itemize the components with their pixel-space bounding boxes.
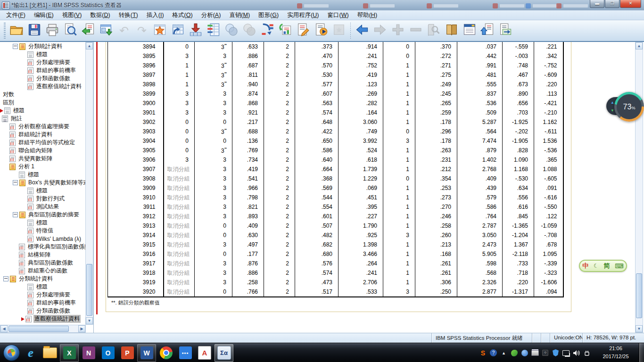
outline-item-7[interactable]: 區別 [0, 99, 86, 107]
outline-item-33[interactable]: 分類函數係數 [0, 307, 86, 315]
outline-item-21[interactable]: 典型區別函數的摘要 [0, 211, 86, 219]
outline-item-28[interactable]: 群組重心的函數 [0, 267, 86, 275]
save-document-button[interactable] [25, 22, 43, 40]
outline-item-31[interactable]: 分類處理摘要 [0, 291, 86, 299]
taskbar-clock[interactable]: 21:06 2017/12/25 [594, 345, 637, 361]
memory-gauge-widget[interactable]: 73% [614, 92, 644, 122]
ime-moon-icon[interactable]: ☾ [594, 263, 599, 269]
outline-item-0[interactable]: 分類統計資料 [0, 42, 86, 50]
security-green-icon[interactable] [510, 348, 519, 358]
word-taskbar-button[interactable]: W [137, 344, 156, 362]
outline-item-29[interactable]: 分類統計資料 [0, 275, 86, 283]
scroll-up-icon[interactable]: ▲ [636, 42, 643, 49]
ime-toolbar-widget[interactable]: 中 ☾ 简 ⌨ [579, 260, 627, 272]
outline-item-3[interactable]: 群組的事前機率 [0, 66, 86, 74]
recall-dialog-button[interactable] [276, 22, 294, 40]
dropbox-icon[interactable]: ⁘ [541, 348, 550, 358]
print-button[interactable] [43, 22, 61, 40]
menu-view[interactable]: 视图(V) [58, 10, 86, 20]
printer-device-icon[interactable] [530, 348, 539, 358]
outline-vertical-scrollbar[interactable]: ▲ ▼ [85, 42, 93, 325]
outline-item-9[interactable]: 附註 [0, 115, 86, 123]
ime-charset-indicator[interactable]: 简 [603, 262, 610, 270]
outline-item-25[interactable]: 標準化典型區別函數係數 [0, 243, 86, 251]
scroll-thumb[interactable] [86, 264, 92, 316]
collapse-expander-icon[interactable] [3, 276, 8, 281]
outline-item-20[interactable]: 測試結果 [0, 203, 86, 211]
windows-explorer-taskbar-button[interactable] [41, 344, 59, 362]
ime-keyboard-icon[interactable]: ⌨ [615, 263, 624, 270]
menu-graphs[interactable]: 图形(G) [254, 10, 283, 20]
menu-edit[interactable]: 编辑(E) [30, 10, 58, 20]
scroll-down-icon[interactable]: ▼ [86, 317, 93, 324]
outline-item-32[interactable]: 群組的事前機率 [0, 299, 86, 307]
menu-utilities[interactable]: 实用程序(U) [283, 10, 323, 20]
spss-taskbar-button[interactable]: Σα [215, 344, 233, 362]
goto-data-button[interactable] [169, 22, 187, 40]
outline-item-24[interactable]: Wilks' Lambda (λ) [0, 235, 86, 243]
menu-insert[interactable]: 插入(I) [142, 10, 168, 20]
menu-window[interactable]: 窗口(W) [323, 10, 353, 20]
restore-button[interactable]: ❐ [605, 0, 619, 8]
outline-item-13[interactable]: 聯合組內矩陣 [0, 147, 86, 155]
excel-taskbar-button[interactable]: X [60, 344, 79, 362]
outline-item-4[interactable]: 分類函數係數 [0, 74, 86, 82]
sogou-input-icon[interactable]: S [479, 348, 487, 358]
scroll-left-icon[interactable]: ◀ [0, 325, 8, 332]
scroll-up-icon[interactable]: ▲ [86, 42, 93, 49]
outline-item-34[interactable]: 逐觀察值統計資料 [0, 315, 86, 323]
select-intersecting-button[interactable] [223, 22, 240, 40]
scroll-right-icon[interactable]: ▶ [78, 325, 85, 332]
outline-item-8[interactable]: 標題 [0, 107, 86, 115]
casewise-statistics-table[interactable]: 389403**.6332.373.9140.370.037-.559.2213… [107, 42, 563, 297]
outline-item-22[interactable]: 標題 [0, 219, 86, 227]
scroll-thumb[interactable] [636, 273, 642, 318]
collapse-expander-icon[interactable] [13, 44, 18, 49]
recall-chart-dialog-button[interactable] [151, 22, 169, 40]
pc-manager-shield-icon[interactable] [551, 348, 560, 358]
outline-item-6[interactable]: 对数 [0, 90, 86, 99]
designate-window-button[interactable] [97, 22, 115, 40]
run-script-button[interactable] [312, 22, 330, 40]
outlook-taskbar-button[interactable]: O [99, 344, 117, 362]
start-button[interactable] [2, 344, 21, 362]
outline-item-26[interactable]: 結構矩陣 [0, 251, 86, 259]
ime-language-indicator[interactable]: 中 [582, 262, 588, 270]
outline-item-19[interactable]: 對數行列式 [0, 195, 86, 203]
export-output-button[interactable] [79, 22, 97, 40]
menu-format[interactable]: 格式(O) [168, 10, 197, 20]
promote-outline-button[interactable] [353, 22, 371, 40]
power-plug-icon[interactable] [582, 348, 591, 358]
edit-outline-button[interactable] [294, 22, 312, 40]
scroll-thumb[interactable] [8, 326, 69, 332]
goto-case-button[interactable] [258, 22, 276, 40]
menu-help[interactable]: 帮助(H) [353, 10, 381, 20]
collapse-expander-icon[interactable] [13, 212, 18, 217]
toolbar-grip[interactable] [4, 23, 6, 39]
outline-item-15[interactable]: 分析 1 [0, 163, 86, 171]
outline-horizontal-scrollbar[interactable]: ◀ ▶ [0, 325, 86, 333]
print-preview-button[interactable] [61, 22, 79, 40]
content-vertical-scrollbar[interactable]: ▲ ▼ [635, 42, 643, 333]
outline-item-23[interactable]: 特徵值 [0, 227, 86, 235]
outline-item-10[interactable]: 分析觀察值處理摘要 [0, 123, 86, 131]
onenote-taskbar-button[interactable]: N [79, 344, 98, 362]
scroll-down-icon[interactable]: ▼ [636, 325, 643, 332]
outline-item-27[interactable]: 典型區別函數係數 [0, 259, 86, 267]
outline-item-1[interactable]: 標題 [0, 50, 86, 58]
show-variables-button[interactable] [205, 22, 223, 40]
menu-data[interactable]: 数据(D) [86, 10, 114, 20]
powerpoint-taskbar-button[interactable]: P [118, 344, 137, 362]
show-hidden-icons-icon[interactable]: ▴ [499, 348, 508, 358]
show-outline-pane-button[interactable] [461, 22, 479, 40]
volume-icon[interactable] [572, 348, 581, 358]
close-button[interactable]: ✕ [620, 0, 641, 8]
insert-pivot-table-button[interactable] [187, 22, 205, 40]
outline-item-5[interactable]: 逐觀察值統計資料 [0, 82, 86, 90]
menu-analyze[interactable]: 分析(A) [197, 10, 225, 20]
dictionary-taskbar-button[interactable]: A [195, 344, 214, 362]
network-status-icon[interactable] [561, 348, 570, 358]
outline-item-18[interactable]: 標題 [0, 187, 86, 195]
cloud-disk-taskbar-button[interactable]: ••• [176, 344, 195, 362]
open-data-document-button[interactable] [8, 22, 25, 40]
